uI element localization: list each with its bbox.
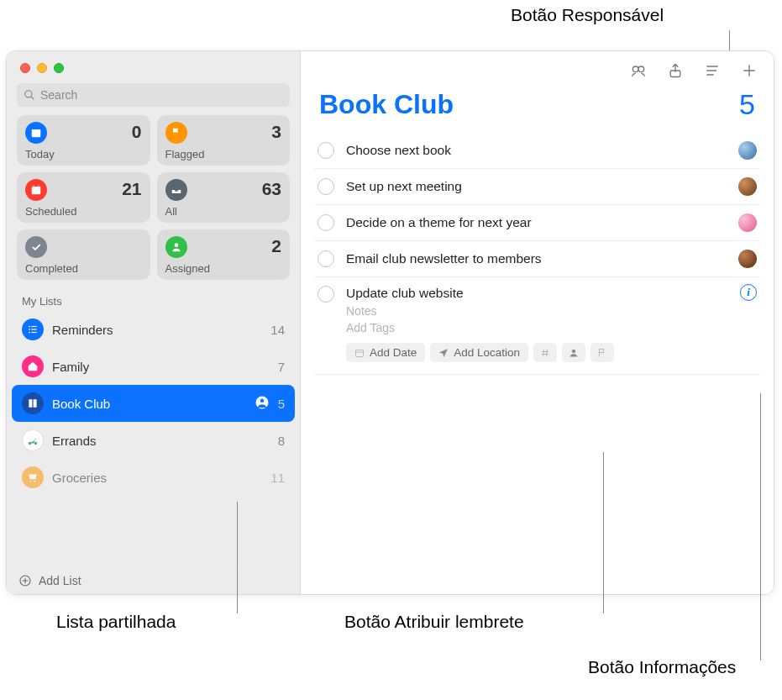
sidebar-item-label: Reminders — [52, 323, 270, 337]
assign-button[interactable] — [562, 343, 585, 362]
assignee-avatar[interactable] — [738, 177, 757, 196]
sidebar-item-groceries[interactable]: Groceries 11 — [7, 459, 300, 496]
svg-point-33 — [572, 350, 575, 353]
book-icon — [22, 392, 44, 414]
complete-toggle[interactable] — [318, 178, 334, 195]
sidebar-item-count: 14 — [270, 323, 285, 337]
chip-label: Add Location — [454, 346, 520, 359]
collaborate-button[interactable] — [629, 61, 648, 80]
notes-input[interactable]: Notes — [346, 304, 757, 318]
callout-shared-list: Lista partilhada — [56, 612, 176, 632]
calendar-icon — [354, 348, 365, 358]
callout-assign-button: Botão Atribuir lembrete — [344, 612, 524, 632]
hash-icon — [540, 348, 550, 358]
complete-toggle[interactable] — [318, 214, 334, 231]
add-list-button[interactable]: Add List — [7, 566, 300, 594]
cart-icon — [22, 466, 44, 488]
card-count: 21 — [122, 179, 141, 199]
person-icon — [569, 348, 579, 358]
complete-toggle[interactable] — [318, 250, 334, 267]
view-options-button[interactable] — [703, 61, 722, 80]
reminder-item[interactable]: Decide on a theme for next year — [314, 205, 760, 241]
sidebar-item-count: 8 — [278, 434, 285, 448]
toolbar — [301, 51, 774, 83]
card-assigned[interactable]: 2 Assigned — [157, 229, 291, 280]
sidebar-item-family[interactable]: Family 7 — [7, 348, 300, 385]
complete-toggle[interactable] — [318, 142, 334, 159]
sidebar-item-reminders[interactable]: Reminders 14 — [7, 311, 300, 348]
item-title: Update club website — [346, 286, 757, 301]
complete-toggle[interactable] — [318, 286, 334, 303]
add-date-button[interactable]: Add Date — [346, 343, 425, 362]
assignee-avatar[interactable] — [738, 141, 757, 160]
info-button[interactable]: i — [740, 284, 757, 301]
sidebar-item-label: Book Club — [52, 397, 255, 411]
reminder-item[interactable]: Email club newsletter to members — [314, 241, 760, 277]
plus-circle-icon — [18, 574, 32, 587]
sidebar: Search 0 Today 3 — [7, 51, 301, 594]
section-header-my-lists: My Lists — [7, 287, 300, 311]
flag-button[interactable] — [590, 343, 614, 362]
reminder-item[interactable]: Set up next meeting — [314, 169, 760, 205]
search-input[interactable]: Search — [17, 83, 290, 107]
card-scheduled[interactable]: 21 Scheduled — [17, 172, 150, 223]
svg-point-12 — [29, 332, 30, 334]
close-window-button[interactable] — [20, 63, 30, 73]
sidebar-lists: Reminders 14 Family 7 Book Club 5 — [7, 311, 300, 566]
card-label: Completed — [25, 262, 142, 275]
reminder-item-expanded[interactable]: Update club website Notes Add Tags Add D… — [314, 277, 760, 375]
card-count: 3 — [271, 122, 281, 142]
svg-point-19 — [34, 481, 35, 482]
reminder-items: Choose next book Set up next meeting Dec… — [301, 133, 774, 594]
flag-icon — [165, 122, 187, 144]
add-location-button[interactable]: Add Location — [430, 343, 528, 362]
smart-list-cards: 0 Today 3 Flagged — [7, 115, 300, 287]
assignee-avatar[interactable] — [738, 213, 757, 232]
assignee-avatar[interactable] — [738, 250, 757, 268]
svg-rect-11 — [31, 329, 36, 329]
location-icon — [438, 348, 449, 358]
maximize-window-button[interactable] — [54, 63, 64, 73]
search-icon — [24, 89, 35, 101]
check-icon — [25, 236, 47, 258]
item-title: Email club newsletter to members — [346, 251, 732, 266]
tags-input[interactable]: Add Tags — [346, 321, 757, 334]
card-label: Flagged — [165, 148, 282, 161]
add-tag-button[interactable] — [533, 343, 557, 362]
svg-point-10 — [29, 329, 30, 330]
svg-point-15 — [260, 398, 264, 403]
main-pane: Book Club 5 Choose next book Set up next… — [301, 51, 774, 594]
card-flagged[interactable]: 3 Flagged — [157, 115, 291, 166]
card-all[interactable]: 63 All — [157, 172, 291, 223]
add-list-label: Add List — [39, 574, 81, 587]
search-placeholder: Search — [40, 88, 77, 102]
sidebar-item-count: 11 — [270, 471, 285, 485]
collaborate-icon — [630, 62, 647, 79]
svg-rect-13 — [31, 332, 36, 333]
callout-line — [760, 393, 761, 661]
svg-point-23 — [632, 66, 638, 72]
reminder-item[interactable]: Choose next book — [314, 133, 760, 169]
svg-point-0 — [25, 91, 32, 97]
share-button[interactable] — [666, 61, 685, 80]
list-title: Book Club — [319, 89, 454, 120]
sidebar-item-count: 5 — [278, 397, 285, 411]
sidebar-item-count: 7 — [278, 360, 285, 374]
card-completed[interactable]: Completed — [17, 229, 150, 280]
sidebar-item-errands[interactable]: Errands 8 — [7, 422, 300, 459]
callout-info-button: Botão Informações — [588, 657, 736, 677]
card-label: Scheduled — [25, 205, 142, 218]
item-title: Decide on a theme for next year — [346, 215, 732, 230]
add-reminder-button[interactable] — [740, 61, 758, 80]
card-count: 0 — [132, 122, 142, 142]
callout-assignee-button: Botão Responsável — [511, 5, 664, 25]
sidebar-item-book-club[interactable]: Book Club 5 — [12, 385, 295, 422]
shared-icon — [255, 395, 270, 413]
calendar-icon — [25, 122, 47, 144]
card-today[interactable]: 0 Today — [17, 115, 150, 166]
minimize-window-button[interactable] — [37, 63, 47, 73]
svg-rect-4 — [32, 187, 41, 194]
svg-point-18 — [30, 481, 32, 482]
card-label: Assigned — [165, 262, 282, 275]
list-view-icon — [704, 62, 721, 79]
